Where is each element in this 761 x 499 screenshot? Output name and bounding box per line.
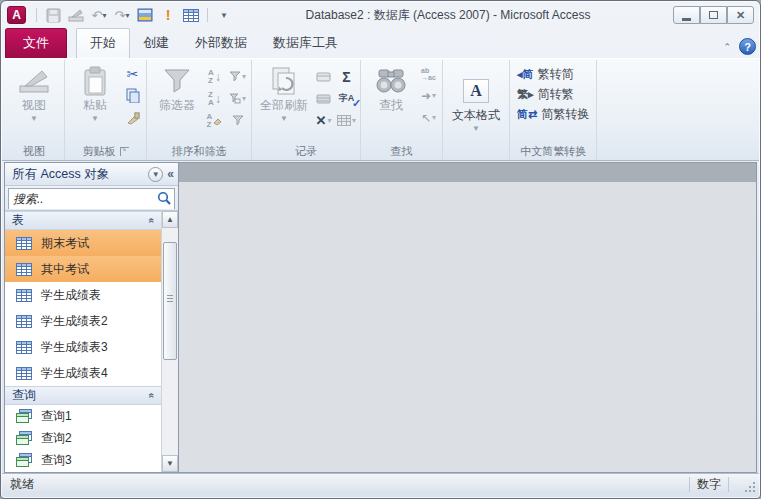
text-format-button[interactable]: A 文本格式 ▼ [446,71,506,133]
new-record-icon[interactable] [314,67,333,86]
minimize-button[interactable] [673,6,700,24]
cut-icon[interactable]: ✂ [123,64,142,83]
sort-ascending-icon[interactable]: AZ↓ [205,67,224,86]
tab-database-tools[interactable]: 数据库工具 [260,29,351,58]
find-button[interactable]: 查找 [364,61,418,113]
tab-external-data[interactable]: 外部数据 [182,29,260,58]
group-clipboard: 粘贴 ▼ ✂ 剪贴板 [65,60,147,160]
group-label-chinese: 中文简繁转换 [513,143,593,160]
group-label-views: 视图 [7,143,61,160]
search-input[interactable] [9,190,174,209]
selection-icon[interactable]: ▾ [228,67,247,86]
goto-icon[interactable]: ➜▾ [419,86,438,105]
section-header-queries[interactable]: 查询 « [5,386,161,405]
remove-sort-icon[interactable]: AZ [205,111,224,130]
nav-item-table[interactable]: 学生成绩表3 [5,334,161,360]
filter-button[interactable]: 筛选器 [150,61,204,113]
toggle-filter-icon[interactable] [228,111,247,130]
traditional-to-simplified-button[interactable]: ◂简 繁转简 [513,64,578,84]
resize-grip[interactable] [742,479,756,493]
table-icon [16,315,32,328]
group-text-format: A 文本格式 ▼ [443,60,510,160]
window-controls: ✕ [673,6,754,24]
search-row [5,186,178,211]
design-view-icon[interactable] [67,6,85,24]
simp-to-trad-icon: 繁▸ [517,87,534,102]
scroll-up-icon[interactable]: ▲ [162,211,178,228]
divider [36,8,37,22]
nav-item-table[interactable]: 学生成绩表 [5,282,161,308]
group-label-records: 记录 [255,143,357,160]
nav-menu-icon[interactable]: ▼ [148,167,163,182]
table-icon [16,289,32,302]
undo-icon[interactable]: ↶▾ [90,6,108,24]
group-label-find: 查找 [364,143,439,160]
font-icon: A [463,73,489,109]
table-icon [16,237,32,250]
restore-button[interactable] [700,6,727,24]
delete-icon[interactable]: ✕▾ [314,111,333,130]
views-button[interactable]: 视图 ▼ [7,61,61,123]
redo-icon[interactable]: ↷▾ [113,6,131,24]
group-label-sort-filter: 排序和筛选 [150,143,248,160]
section-header-tables[interactable]: 表 « [5,211,161,230]
totals-icon[interactable]: Σ [337,67,356,86]
scroll-down-icon[interactable]: ▼ [162,455,178,472]
close-button[interactable]: ✕ [727,6,754,24]
convert-button[interactable]: 简⇄ 简繁转换 [513,104,593,124]
switch-windows-icon[interactable] [136,6,154,24]
spelling-icon[interactable]: 字A✓ [337,89,356,108]
chevron-down-icon: ▼ [91,114,99,123]
search-icon[interactable] [157,191,172,206]
simplified-to-traditional-button[interactable]: 繁▸ 简转繁 [513,84,578,104]
copy-icon[interactable] [123,86,142,105]
group-records: 全部刷新 ▼ ✕▾ Σ 字A✓ ▾ 记录 [252,60,361,160]
nav-item-table[interactable]: 学生成绩表2 [5,308,161,334]
shutter-bar-icon[interactable]: « [167,167,174,181]
nav-pane-header[interactable]: 所有 Access 对象 ▼ « [5,163,178,186]
datasheet-icon[interactable] [182,6,200,24]
run-icon[interactable]: ! [159,6,177,24]
design-view-icon [18,63,50,99]
nav-item-table[interactable]: 期末考试 [5,230,161,256]
nav-item-table[interactable]: 学生成绩表4 [5,360,161,386]
title-bar: A ↶▾ ↷▾ ! ▼ Database2 : 数据库 (Access 2007… [1,1,760,29]
tab-file[interactable]: 文件 [5,28,67,58]
advanced-filter-icon[interactable]: ▾ [228,89,247,108]
nav-item-query[interactable]: 查询3 [5,449,161,471]
tab-home[interactable]: 开始 [76,28,130,58]
dialog-launcher-icon[interactable] [120,147,129,156]
convert-icon: 简⇄ [517,107,537,122]
help-icon[interactable]: ? [739,38,756,55]
save-record-icon[interactable] [314,89,333,108]
num-lock-indicator: 数字 [697,476,721,493]
save-icon[interactable] [44,6,62,24]
nav-item-query[interactable]: 查询1 [5,405,161,427]
group-find: 查找 ab→ac ➜▾ ↖▾ 查找 [361,60,443,160]
section-collapse-icon: « [147,393,158,399]
quick-access-toolbar: ↶▾ ↷▾ ! ▼ [34,6,233,24]
nav-item-query[interactable]: 查询2 [5,427,161,449]
scrollbar-thumb[interactable] [163,242,177,360]
table-icon [16,367,32,380]
nav-scrollbar[interactable]: ▲ ▼ [161,211,178,472]
refresh-all-button[interactable]: 全部刷新 ▼ [255,61,313,123]
format-painter-icon[interactable] [123,108,142,127]
scrollbar-track[interactable] [162,228,178,455]
chevron-down-icon: ▼ [472,124,480,133]
tab-create[interactable]: 创建 [130,29,182,58]
more-records-icon[interactable]: ▾ [337,111,356,130]
workspace-top-strip [179,163,756,182]
replace-icon[interactable]: ab→ac [419,64,438,83]
select-icon[interactable]: ↖▾ [419,108,438,127]
group-views: 视图 ▼ 视图 [4,60,65,160]
status-bar: 就绪 数字 [2,473,759,494]
nav-item-table[interactable]: 其中考试 [5,256,161,282]
divider [207,8,208,22]
collapse-ribbon-icon[interactable]: ⌃ [723,42,739,58]
sort-descending-icon[interactable]: ZA↓ [205,89,224,108]
paste-icon [83,63,107,99]
customize-quick-access-icon[interactable]: ▼ [215,6,233,24]
paste-button[interactable]: 粘贴 ▼ [68,61,122,123]
access-logo-icon[interactable]: A [7,6,26,24]
